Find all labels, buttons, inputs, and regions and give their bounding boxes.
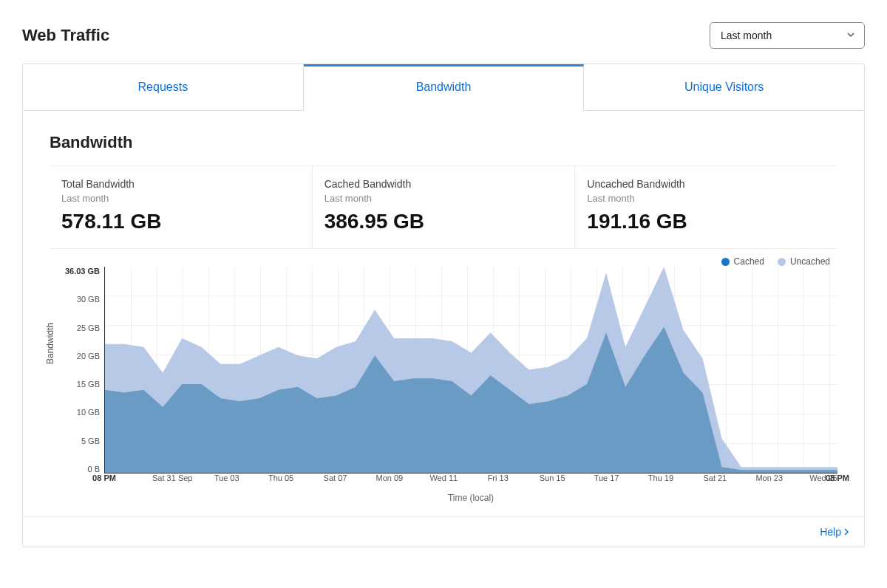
help-link[interactable]: Help [820,526,849,538]
y-axis-labels: 36.03 GB30 GB25 GB20 GB15 GB10 GB5 GB0 B [63,267,104,474]
bandwidth-chart: Bandwidth 36.03 GB30 GB25 GB20 GB15 GB10… [50,267,837,503]
stat-uncached-bandwidth: Uncached Bandwidth Last month 191.16 GB [575,166,837,248]
chevron-right-icon [843,528,849,536]
time-range-select[interactable]: Last month [710,22,865,49]
swatch-uncached [778,258,786,266]
section-title: Bandwidth [50,133,837,152]
tab-requests[interactable]: Requests [23,64,304,110]
page-title: Web Traffic [22,26,109,45]
panel-footer: Help [23,516,864,547]
stat-total-bandwidth: Total Bandwidth Last month 578.11 GB [50,166,313,248]
chevron-down-icon [846,30,855,41]
legend-uncached: Uncached [778,256,830,267]
stat-value: 578.11 GB [61,210,300,233]
tab-bandwidth[interactable]: Bandwidth [304,64,585,111]
time-range-value: Last month [721,30,772,41]
stats-row: Total Bandwidth Last month 578.11 GB Cac… [50,165,837,249]
stat-cached-bandwidth: Cached Bandwidth Last month 386.95 GB [313,166,576,248]
stat-value: 191.16 GB [587,210,826,233]
stat-label: Uncached Bandwidth [587,178,826,190]
y-axis-title: Bandwidth [45,323,55,364]
chart-plot-area[interactable] [104,267,837,474]
swatch-cached [721,258,730,266]
stat-sub: Last month [61,193,300,204]
x-axis-labels: 08 PMSat 31 SepTue 03Thu 05Sat 07Mon 09W… [104,474,837,488]
stat-sub: Last month [587,193,826,204]
stat-label: Total Bandwidth [61,178,300,190]
stat-label: Cached Bandwidth [324,178,563,190]
x-axis-title: Time (local) [104,493,837,503]
help-label: Help [820,526,841,538]
legend-label-cached: Cached [734,256,764,267]
tab-bar: Requests Bandwidth Unique Visitors [23,64,864,111]
stat-sub: Last month [324,193,563,204]
legend-label-uncached: Uncached [790,256,830,267]
chart-legend: Cached Uncached [50,249,837,267]
tab-unique-visitors[interactable]: Unique Visitors [584,64,864,110]
web-traffic-panel: Requests Bandwidth Unique Visitors Bandw… [22,64,865,547]
stat-value: 386.95 GB [324,210,563,233]
legend-cached: Cached [721,256,764,267]
